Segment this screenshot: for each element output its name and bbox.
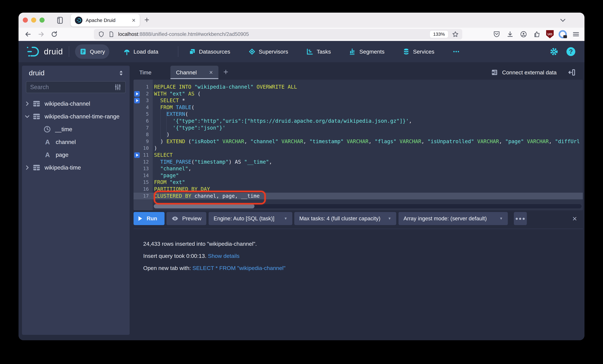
onepassword-icon[interactable] [559, 30, 567, 38]
nav-item-query[interactable]: Query [75, 44, 109, 59]
schema-select-caret-icon[interactable] [117, 69, 125, 77]
code-text: TIME_PARSE("timestamp") AS "__time", [153, 159, 583, 165]
collapse-panel-icon[interactable] [568, 68, 576, 77]
tab-close-icon[interactable]: × [209, 69, 213, 76]
browser-sidebar-toggle-icon[interactable] [56, 16, 64, 24]
engine-dropdown[interactable]: Engine: Auto [SQL (task)] ▼ [209, 212, 292, 225]
scrollbar-thumb[interactable] [154, 204, 255, 208]
shield-permissions-icon[interactable] [98, 31, 105, 38]
tree-item-wikipedia-channel-time-range[interactable]: wikipedia-channel-time-range [22, 110, 130, 123]
chevron-right-icon[interactable] [22, 101, 33, 107]
ublock-origin-icon[interactable]: UO [546, 30, 554, 38]
code-line-3[interactable]: 3 SELECT * [134, 97, 583, 104]
rows-inserted-message: 24,433 rows inserted into "wikipedia-cha… [143, 240, 285, 247]
nav-item-tasks[interactable]: Tasks [302, 44, 335, 59]
show-details-link[interactable]: Show details [208, 253, 240, 259]
code-line-9[interactable]: 9 ) EXTEND ("isRobot" VARCHAR, "channel"… [134, 138, 583, 145]
nav-item-segments[interactable]: Segments [345, 44, 389, 59]
sql-editor[interactable]: 1REPLACE INTO "wikipedia-channel" OVERWR… [134, 80, 583, 210]
string-column-icon: A [43, 151, 52, 159]
tree-item-channel[interactable]: Achannel [22, 136, 130, 148]
search-input[interactable] [30, 84, 114, 91]
druid-logo[interactable]: druid [26, 46, 63, 57]
run-fragment-play-icon[interactable] [134, 91, 140, 97]
code-line-13[interactable]: 13 "channel", [134, 165, 583, 172]
select-query-link[interactable]: SELECT * FROM "wikipedia-channel" [193, 265, 286, 271]
results-divider [134, 229, 583, 229]
account-icon[interactable] [519, 30, 528, 38]
code-text: "channel", [153, 165, 583, 172]
tree-item-time[interactable]: __time [22, 123, 130, 136]
schema-name[interactable]: druid [29, 69, 117, 77]
browser-tab-apache-druid[interactable]: Apache Druid × [71, 14, 140, 26]
preview-button[interactable]: Preview [166, 212, 206, 225]
code-line-10[interactable]: 10) [134, 145, 583, 152]
sidebar-search[interactable] [26, 81, 126, 93]
nav-divider [69, 46, 69, 57]
code-line-8[interactable]: 8 ) [134, 131, 583, 138]
code-text: FROM "ext" [153, 179, 583, 186]
code-line-6[interactable]: 6 '{"type":"http","uris":["https://druid… [134, 118, 583, 125]
pocket-icon[interactable] [492, 30, 501, 38]
nav-item-datasources[interactable]: Datasources [184, 44, 234, 59]
reload-icon[interactable] [50, 30, 58, 38]
code-line-2[interactable]: 2WITH "ext" AS ( [134, 91, 583, 97]
page-info-icon[interactable] [108, 31, 115, 37]
add-query-tab-button[interactable]: + [223, 67, 228, 77]
tab-close-icon[interactable]: × [132, 17, 136, 23]
code-line-4[interactable]: 4 FROM TABLE( [134, 104, 583, 111]
code-line-15[interactable]: 15FROM "ext" [134, 179, 583, 186]
query-tab-channel[interactable]: Channel × [170, 66, 219, 79]
chevron-down-icon[interactable] [22, 114, 33, 119]
line-number: 15 [134, 179, 153, 186]
nav-item-supervisors[interactable]: Supervisors [244, 44, 292, 59]
extensions-icon[interactable] [533, 30, 541, 38]
back-icon[interactable] [24, 30, 32, 38]
help-icon[interactable]: ? [567, 47, 575, 56]
code-text: ) [153, 145, 583, 152]
editor-horizontal-scrollbar[interactable] [153, 204, 581, 208]
downloads-icon[interactable] [506, 30, 514, 38]
close-results-icon[interactable]: × [572, 214, 577, 223]
url-bar[interactable]: localhost:8888/unified-console.html#work… [94, 29, 462, 39]
more-options-button[interactable]: ●●● [514, 212, 527, 225]
close-window-button[interactable] [23, 18, 28, 23]
tree-item-page[interactable]: Apage [22, 148, 130, 161]
url-text[interactable]: localhost:8888/unified-console.html#work… [118, 31, 430, 37]
nav-item-services[interactable]: Services [398, 44, 439, 59]
tree-item-wikipedia-channel[interactable]: wikipedia-channel [22, 97, 130, 110]
code-lines[interactable]: 1REPLACE INTO "wikipedia-channel" OVERWR… [134, 84, 583, 199]
code-line-11[interactable]: 11SELECT [134, 152, 583, 159]
code-line-1[interactable]: 1REPLACE INTO "wikipedia-channel" OVERWR… [134, 84, 583, 91]
run-fragment-play-icon[interactable] [134, 152, 140, 158]
run-fragment-play-icon[interactable] [134, 98, 140, 103]
line-number: 13 [134, 165, 153, 172]
nav-item-more[interactable] [448, 44, 464, 59]
code-line-14[interactable]: 14 "page" [134, 172, 583, 179]
chevron-right-icon[interactable] [22, 165, 33, 171]
max-tasks-dropdown[interactable]: Max tasks: 4 (full cluster capacity) ▼ [294, 212, 396, 225]
forward-icon[interactable] [37, 30, 45, 38]
code-line-7[interactable]: 7 '{"type":"json"}' [134, 125, 583, 131]
open-new-tab-text: Open new tab with: [143, 265, 193, 271]
maximize-window-button[interactable] [39, 18, 45, 23]
code-text: REPLACE INTO "wikipedia-channel" OVERWRI… [153, 84, 583, 91]
run-button[interactable]: Run [134, 212, 164, 225]
query-tab-time[interactable]: Time [139, 66, 151, 79]
list-tabs-chevron-icon[interactable] [559, 17, 567, 24]
zoom-level-badge[interactable]: 133% [430, 31, 448, 38]
new-tab-button[interactable]: + [144, 15, 149, 25]
bookmark-star-icon[interactable] [452, 31, 459, 38]
tree-item-wikipedia-time[interactable]: wikipedia-time [22, 161, 130, 174]
search-filter-sliders-icon[interactable] [114, 83, 122, 91]
code-line-5[interactable]: 5 EXTERN( [134, 111, 583, 118]
nav-items: QueryLoad dataDatasourcesSupervisorsTask… [63, 44, 474, 59]
connect-external-data-button[interactable]: Connect external data [491, 66, 557, 79]
settings-gear-icon[interactable] [549, 47, 559, 56]
code-text: "page" [153, 172, 583, 179]
minimize-window-button[interactable] [31, 18, 36, 23]
array-ingest-mode-dropdown[interactable]: Array ingest mode: (server default) ▼ [398, 212, 508, 225]
nav-item-load-data[interactable]: Load data [119, 44, 162, 59]
menu-hamburger-icon[interactable] [572, 30, 580, 38]
code-line-12[interactable]: 12 TIME_PARSE("timestamp") AS "__time", [134, 159, 583, 165]
